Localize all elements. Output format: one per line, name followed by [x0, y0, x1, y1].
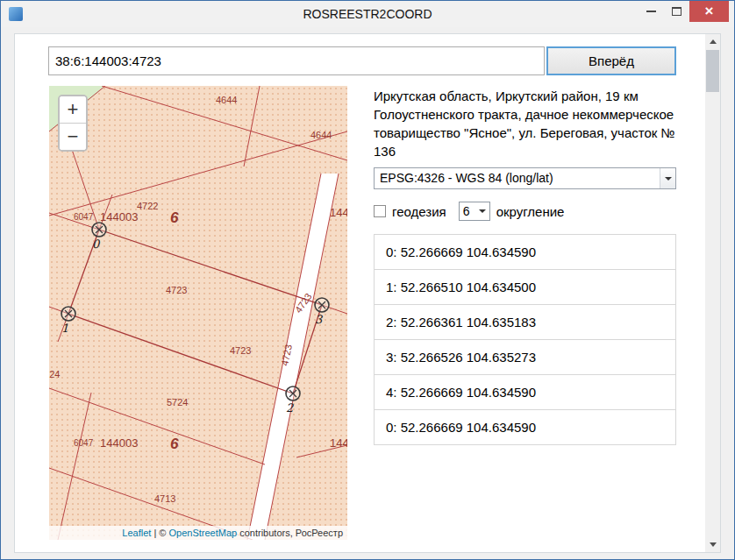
- zoom-control: + −: [58, 95, 88, 152]
- rounding-select-value: 6: [463, 204, 470, 218]
- close-button[interactable]: ×: [689, 1, 729, 22]
- parcel-label: 1440: [330, 206, 347, 219]
- coordinate-row[interactable]: 3: 52.266526 104.635273: [374, 339, 676, 375]
- parcel-label: 4722: [137, 201, 158, 211]
- parcel-label: 5724: [167, 397, 188, 408]
- forward-button[interactable]: Вперёд: [546, 46, 676, 75]
- chevron-down-icon: [479, 209, 486, 213]
- scroll-up-button[interactable]: [705, 34, 720, 49]
- marker-number-label: 0: [92, 237, 101, 251]
- close-icon: ×: [705, 4, 714, 18]
- parcel-label: 1440: [330, 436, 347, 450]
- titlebar[interactable]: ROSREESTR2COORD ×: [1, 1, 734, 27]
- arrow-down-icon: [710, 542, 717, 547]
- caption-buttons: ×: [639, 1, 729, 22]
- marker-number-label: 2: [286, 401, 294, 415]
- map-road: [247, 174, 339, 540]
- app-window: ROSREESTR2COORD × Вперёд: [0, 0, 735, 560]
- parcel-label: 4713: [154, 493, 175, 504]
- leaflet-link[interactable]: Leaflet: [122, 528, 151, 538]
- coordinate-row[interactable]: 4: 52.266669 104.634590: [374, 374, 676, 410]
- crs-select[interactable]: EPSG:4326 - WGS 84 (long/lat): [374, 167, 676, 189]
- marker-number-label: 3: [315, 313, 324, 326]
- scroll-down-button[interactable]: [705, 537, 720, 552]
- parcel-label: 144003: [100, 210, 138, 223]
- minimize-button[interactable]: [639, 1, 664, 22]
- parcel-label: 4723: [230, 345, 251, 356]
- geodesy-checkbox[interactable]: [374, 205, 386, 217]
- rounding-label: округление: [496, 204, 565, 219]
- zoom-out-button[interactable]: −: [60, 124, 86, 150]
- window-title: ROSREESTR2COORD: [1, 7, 734, 21]
- map-attribution: Leaflet | © OpenStreetMap contributors, …: [49, 526, 347, 540]
- scrollbar-thumb[interactable]: [706, 50, 719, 92]
- client-area: Вперёд: [14, 33, 721, 553]
- chevron-down-icon: [665, 177, 672, 181]
- parcel-label: 6047: [74, 438, 94, 448]
- maximize-button[interactable]: [664, 1, 689, 22]
- marker-number-label: 1: [61, 322, 68, 335]
- parcel-label: 4723: [166, 285, 187, 295]
- map[interactable]: 4644464447226047144003614404723472347234…: [49, 86, 347, 540]
- cadastral-number-input[interactable]: [48, 46, 545, 75]
- map-marker-0[interactable]: 0: [92, 223, 106, 251]
- parcel-label: 5724: [49, 369, 60, 379]
- parcel-label: 4644: [310, 130, 332, 140]
- parcel-label: 6047: [74, 212, 94, 222]
- maximize-icon: [672, 7, 681, 16]
- parcel-label: 6: [170, 209, 179, 226]
- geodesy-label: геодезия: [392, 204, 446, 219]
- parcel-label: 4644: [216, 95, 237, 105]
- coordinate-row[interactable]: 0: 52.266669 104.634590: [374, 409, 676, 445]
- coordinate-list: 0: 52.266669 104.6345901: 52.266510 104.…: [374, 234, 676, 445]
- coordinate-row[interactable]: 2: 52.266361 104.635183: [374, 304, 676, 340]
- options-row: геодезия 6 округление: [374, 201, 564, 222]
- coordinate-row[interactable]: 1: 52.266510 104.634500: [374, 269, 676, 305]
- rounding-select[interactable]: 6: [459, 202, 490, 221]
- scrollbar[interactable]: [705, 34, 720, 552]
- arrow-up-icon: [710, 39, 717, 44]
- minimize-icon: [646, 11, 656, 12]
- map-marker-3[interactable]: 3: [315, 298, 329, 326]
- zoom-in-button[interactable]: +: [60, 96, 86, 124]
- coordinate-row[interactable]: 0: 52.266669 104.634590: [374, 234, 676, 270]
- attribution-separator: | ©: [151, 528, 168, 538]
- crs-select-value: EPSG:4326 - WGS 84 (long/lat): [375, 168, 660, 188]
- crs-select-arrow-button[interactable]: [660, 168, 675, 188]
- openstreetmap-link[interactable]: OpenStreetMap: [168, 528, 237, 538]
- map-marker-1[interactable]: 1: [61, 307, 75, 335]
- parcel-label: 6: [170, 436, 179, 452]
- attribution-text: contributors, РосРеестр: [237, 528, 343, 538]
- address-text: Иркутская область, Иркутский район, 19 к…: [374, 87, 682, 160]
- parcel-label: 144003: [100, 436, 138, 450]
